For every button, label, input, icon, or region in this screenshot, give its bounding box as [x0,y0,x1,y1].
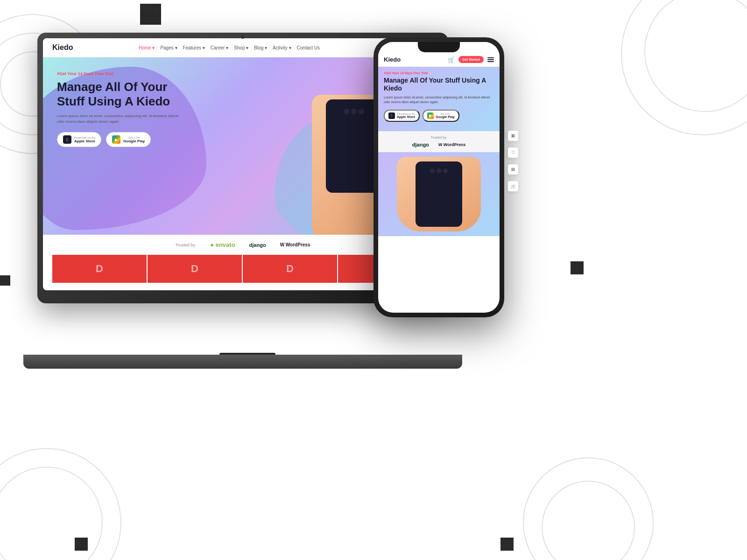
laptop-hero-title: Manage All Of Your Stuff Using A Kiedo [57,80,188,109]
phone-hero-title: Manage All Of Your Stuff Using A Kiedo [384,77,494,92]
phone-apple-store-big: Apple Store [397,115,415,119]
decorative-square-3 [75,538,88,551]
decorative-square-4 [500,538,514,551]
phone-in-hand-illustration [416,161,462,227]
apple-icon:  [63,135,71,144]
nav-contact[interactable]: Contact Us [297,45,320,50]
ph-camera-dot-1 [430,168,435,173]
phone-cart-icon[interactable]: 🛒 [448,56,455,63]
side-icon-4: 🛒 [508,181,518,191]
bottom-card-3: D [243,255,337,283]
phone-side-icons: ⊞ ♡ ⊟ 🛒 [508,131,518,191]
laptop-hero-buttons:  Download on the Apple Store ▶ Get It O… [57,132,188,147]
phone-google-play-icon: ▶ [427,112,434,119]
phone-notch [418,42,460,52]
laptop-google-play-button[interactable]: ▶ Get It On Google Play [106,132,151,147]
apple-store-label-small: Download on the [74,136,95,139]
phone-google-play-button[interactable]: ▶ Get It On Google Play [423,110,459,122]
phone-trusted-section: Trusted by: django W WordPress [378,131,500,152]
phone-google-play-big: Google Play [436,115,454,119]
phone-hero-buttons:  Download on the Apple Store ▶ Get It O… [384,110,494,122]
phone-hero: #Get Your 14 Days Free Trial Manage All … [378,67,500,131]
main-container: Kiedo Home ▾ Pages ▾ Features ▾ Career ▾… [37,23,710,537]
laptop-apple-store-button[interactable]:  Download on the Apple Store [57,132,101,147]
bottom-card-icon-3: D [286,263,294,275]
camera-dot-3 [359,109,364,114]
phone-wordpress-brand: W WordPress [438,142,465,147]
phone-apple-store-text: Download on the Apple Store [397,112,415,119]
apple-store-label-big: Apple Store [74,139,95,143]
mobile-device: Kiedo 🛒 Get Started #Get Your 14 Days Fr… [374,37,504,327]
nav-shop[interactable]: Shop ▾ [234,45,248,50]
google-play-label-big: Google Play [123,139,145,143]
menu-line-1 [487,57,494,58]
phone-bottom-illustration [378,152,500,236]
phone-hand-illustration [397,157,481,231]
phone-trusted-brands: django W WordPress [384,142,494,147]
phone-get-started-button[interactable]: Get Started [458,56,484,63]
phone-google-play-text: Get It On Google Play [436,112,454,119]
nav-activity[interactable]: Activity ▾ [273,45,291,50]
camera-dot-2 [351,109,357,114]
phone-cameras [344,109,364,114]
apple-store-text: Download on the Apple Store [74,136,95,143]
menu-line-3 [487,61,494,62]
decorative-square-1 [140,4,161,25]
camera-dot-1 [344,109,349,114]
phone-apple-icon:  [388,112,395,119]
django-brand: django [249,242,266,248]
google-play-text: Get It On Google Play [123,136,145,143]
side-icon-3: ⊟ [508,164,518,175]
nav-home[interactable]: Home ▾ [139,45,155,50]
nav-pages[interactable]: Pages ▾ [160,45,177,50]
laptop-logo: Kiedo [52,43,73,52]
ph-camera-dot-3 [443,168,448,173]
phone-illustration-cameras [430,168,448,173]
side-icon-2: ♡ [508,147,518,158]
phone-screen: Kiedo 🛒 Get Started #Get Your 14 Days Fr… [378,42,500,313]
laptop-camera [241,35,245,39]
nav-career[interactable]: Career ▾ [211,45,228,50]
phone-logo: Kiedo [384,56,444,63]
phone-trusted-label: Trusted by: [384,136,494,139]
laptop-nav-links: Home ▾ Pages ▾ Features ▾ Career ▾ Shop … [82,45,376,50]
laptop-trial-text: #Get Your 14 Days Free Trial [57,71,188,76]
bottom-card-icon-1: D [96,263,103,275]
bottom-card-2: D [148,255,242,283]
decorative-square-5 [0,275,10,286]
laptop-hero-content: #Get Your 14 Days Free Trial Manage All … [57,71,188,147]
laptop-hero-description: Lorem ipsum dolor sit amet, consectetur … [57,113,178,125]
phone-apple-store-button[interactable]:  Download on the Apple Store [384,110,420,122]
menu-line-2 [487,59,494,60]
bottom-card-1: D [52,255,147,283]
side-icon-1: ⊞ [508,131,518,141]
bottom-card-icon-2: D [191,263,198,275]
phone-django-brand: django [412,142,429,147]
laptop-base [23,355,462,369]
phone-trial-text: #Get Your 14 Days Free Trial [384,71,494,75]
phone-outer-body: Kiedo 🛒 Get Started #Get Your 14 Days Fr… [374,37,504,317]
nav-features[interactable]: Features ▾ [183,45,205,50]
phone-menu-button[interactable] [487,57,494,62]
google-play-icon: ▶ [112,135,120,144]
ph-camera-dot-2 [437,168,441,173]
laptop-trusted-label: Trusted by: [176,243,197,247]
nav-blog[interactable]: Blog ▾ [254,45,267,50]
wordpress-brand: W WordPress [280,242,310,247]
envato-brand: ● envato [210,241,235,248]
phone-hero-description: Lorem ipsum dolor sit amet, consectetur … [384,95,494,105]
